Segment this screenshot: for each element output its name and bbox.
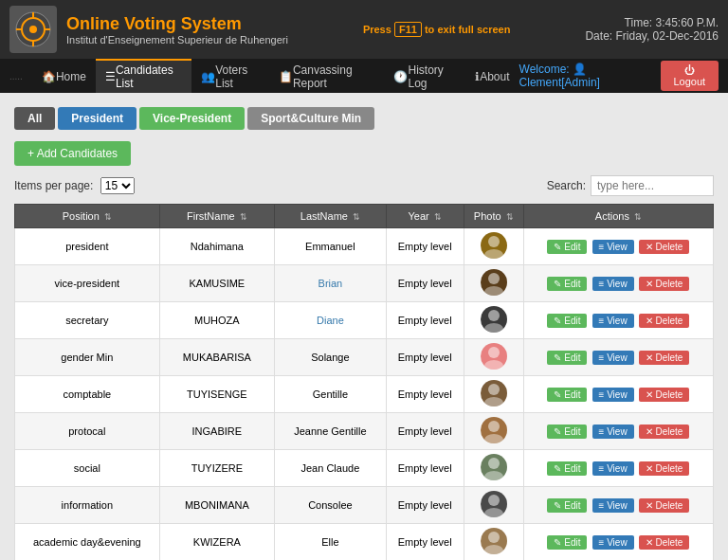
cell-position: academic day&evening <box>15 524 160 561</box>
search-input[interactable] <box>591 175 714 196</box>
view-button[interactable]: ≡ View <box>592 388 634 402</box>
datetime-block: Time: 3:45:60 P.M. Date: Friday, 02-Dec-… <box>585 16 719 43</box>
cell-position: president <box>15 228 160 265</box>
svg-point-15 <box>488 384 500 395</box>
delete-button[interactable]: ✕ Delete <box>639 535 690 550</box>
view-button[interactable]: ≡ View <box>592 240 634 254</box>
table-row: secretary MUHOZA Diane Empty level ✎ Edi… <box>15 302 714 339</box>
table-row: academic day&evening KWIZERA Elle Empty … <box>15 524 714 561</box>
svg-point-21 <box>488 495 500 506</box>
tab-vice-president[interactable]: Vice-President <box>139 107 245 130</box>
delete-button[interactable]: ✕ Delete <box>639 351 690 365</box>
cell-photo <box>464 413 523 450</box>
app-logo <box>9 6 57 53</box>
cell-position: gender Min <box>15 339 160 376</box>
edit-button[interactable]: ✎ Edit <box>547 425 587 439</box>
svg-point-19 <box>488 458 500 469</box>
view-button[interactable]: ≡ View <box>592 535 634 550</box>
edit-button[interactable]: ✎ Edit <box>547 351 587 365</box>
power-icon: ⏻ <box>684 64 695 76</box>
app-title-block: Online Voting System Institut d'Enseigne… <box>66 14 288 45</box>
cell-firstname: Ndahimana <box>159 228 274 265</box>
nav-about[interactable]: ℹ About <box>465 59 519 93</box>
table-row: protocal INGABIRE Jeanne Gentille Empty … <box>15 413 714 450</box>
navbar: ..... 🏠 Home ☰ Candidates List 👥 Voters … <box>0 59 728 93</box>
table-row: president Ndahimana Emmanuel Empty level… <box>15 228 714 265</box>
cell-year: Empty level <box>386 376 464 413</box>
edit-button[interactable]: ✎ Edit <box>547 314 587 328</box>
nav-home[interactable]: 🏠 Home <box>32 59 96 93</box>
cell-actions: ✎ Edit ≡ View ✕ Delete <box>523 228 713 265</box>
date-value: Friday, 02-Dec-2016 <box>615 29 719 43</box>
svg-point-16 <box>484 397 503 406</box>
cell-year: Empty level <box>386 339 464 376</box>
view-button[interactable]: ≡ View <box>592 314 634 328</box>
view-button[interactable]: ≡ View <box>592 277 634 291</box>
cell-lastname: Consolee <box>275 487 387 524</box>
search-box: Search: <box>547 175 714 196</box>
nav-history[interactable]: 🕐 History Log <box>384 59 465 93</box>
edit-button[interactable]: ✎ Edit <box>547 535 587 550</box>
delete-button[interactable]: ✕ Delete <box>639 277 690 291</box>
table-row: information MBONIMANA Consolee Empty lev… <box>15 487 714 524</box>
nav-dots: ..... <box>9 71 23 81</box>
tab-president[interactable]: President <box>58 107 136 130</box>
add-candidates-button[interactable]: + Add Candidates <box>14 141 131 166</box>
edit-button[interactable]: ✎ Edit <box>547 498 587 513</box>
delete-button[interactable]: ✕ Delete <box>639 314 690 328</box>
cell-lastname: Solange <box>275 339 387 376</box>
cell-actions: ✎ Edit ≡ View ✕ Delete <box>523 265 713 302</box>
app-title: Online Voting System <box>66 14 288 34</box>
delete-button[interactable]: ✕ Delete <box>639 388 690 402</box>
cell-lastname: Elle <box>275 524 387 561</box>
view-button[interactable]: ≡ View <box>592 425 634 439</box>
cell-firstname: MUKABARISA <box>159 339 274 376</box>
cell-lastname: Emmanuel <box>275 228 387 265</box>
search-label: Search: <box>547 179 586 192</box>
cell-photo <box>464 265 523 302</box>
edit-button[interactable]: ✎ Edit <box>547 461 587 476</box>
nav-candidates[interactable]: ☰ Candidates List <box>96 59 191 93</box>
cell-year: Empty level <box>386 265 464 302</box>
cell-photo <box>464 228 523 265</box>
nav-voters[interactable]: 👥 Voters List <box>191 59 269 93</box>
cell-firstname: MUHOZA <box>159 302 274 339</box>
table-controls: Items per page: 15 25 50 Search: <box>14 175 714 196</box>
cell-lastname: Gentille <box>275 376 387 413</box>
delete-button[interactable]: ✕ Delete <box>639 461 690 476</box>
tab-all[interactable]: All <box>14 107 55 130</box>
col-actions: Actions ⇅ <box>523 205 713 228</box>
voters-icon: 👥 <box>201 70 215 83</box>
edit-button[interactable]: ✎ Edit <box>547 240 587 254</box>
svg-point-7 <box>488 236 500 247</box>
view-button[interactable]: ≡ View <box>592 351 634 365</box>
cell-firstname: TUYISENGE <box>159 376 274 413</box>
table-row: comptable TUYISENGE Gentille Empty level… <box>15 376 714 413</box>
view-button[interactable]: ≡ View <box>592 461 634 476</box>
items-per-page-select[interactable]: 15 25 50 <box>100 177 135 194</box>
delete-button[interactable]: ✕ Delete <box>639 425 690 439</box>
nav-canvassing[interactable]: 📋 Canvassing Report <box>269 59 385 93</box>
view-button[interactable]: ≡ View <box>592 498 634 513</box>
edit-button[interactable]: ✎ Edit <box>547 388 587 402</box>
col-position: Position ⇅ <box>15 205 160 228</box>
svg-point-11 <box>488 310 500 321</box>
edit-button[interactable]: ✎ Edit <box>547 277 587 291</box>
delete-button[interactable]: ✕ Delete <box>639 498 690 513</box>
svg-point-18 <box>484 434 503 443</box>
cell-photo <box>464 487 523 524</box>
logout-button[interactable]: ⏻ Logout <box>661 61 719 91</box>
cell-position: secretary <box>15 302 160 339</box>
tab-sport[interactable]: Sport&Culture Min <box>247 107 374 130</box>
delete-button[interactable]: ✕ Delete <box>639 240 690 254</box>
svg-point-14 <box>484 360 503 370</box>
cell-year: Empty level <box>386 228 464 265</box>
cell-lastname: Diane <box>275 302 387 339</box>
welcome-text: Welcome: 👤 Clement[Admin] <box>519 63 651 89</box>
cell-photo <box>464 524 523 561</box>
cell-firstname: TUYIZERE <box>159 450 274 487</box>
cell-year: Empty level <box>386 487 464 524</box>
svg-point-2 <box>29 26 37 33</box>
cell-actions: ✎ Edit ≡ View ✕ Delete <box>523 339 713 376</box>
cell-photo <box>464 376 523 413</box>
